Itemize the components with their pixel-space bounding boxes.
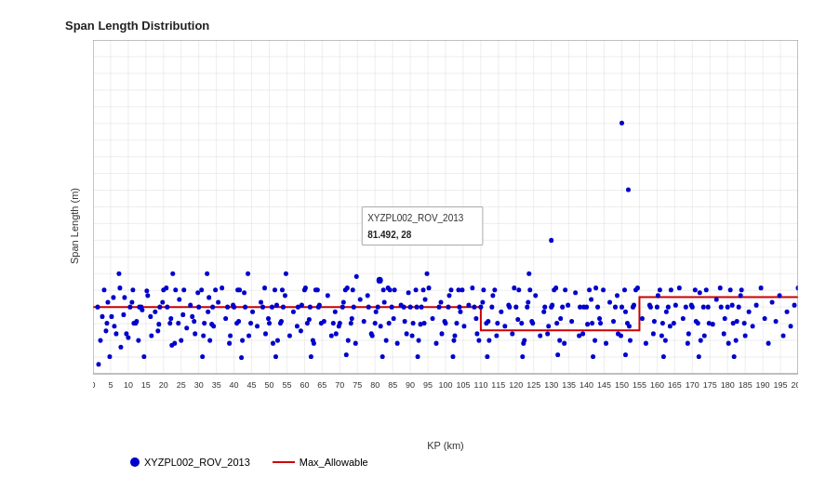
svg-point-430 xyxy=(515,317,520,322)
svg-text:80: 80 xyxy=(370,380,380,390)
svg-point-243 xyxy=(454,321,459,325)
svg-point-177 xyxy=(246,272,250,276)
legend-item-series1: XYZPL002_ROV_2013 xyxy=(130,457,250,468)
svg-point-228 xyxy=(408,305,413,310)
svg-point-308 xyxy=(672,321,676,325)
svg-point-352 xyxy=(188,303,193,308)
svg-point-440 xyxy=(558,316,563,321)
svg-point-147 xyxy=(122,295,127,299)
svg-point-481 xyxy=(726,341,731,346)
svg-point-398 xyxy=(382,299,387,304)
svg-point-487 xyxy=(751,324,755,328)
svg-point-492 xyxy=(770,299,775,304)
svg-point-162 xyxy=(202,321,206,325)
svg-point-165 xyxy=(210,305,215,310)
svg-point-455 xyxy=(619,333,623,338)
svg-point-242 xyxy=(451,338,456,343)
svg-text:175: 175 xyxy=(703,380,717,390)
svg-text:170: 170 xyxy=(686,380,699,390)
svg-point-225 xyxy=(366,305,371,310)
svg-point-360 xyxy=(223,316,228,321)
svg-point-493 xyxy=(774,319,779,324)
svg-text:140: 140 xyxy=(580,380,593,390)
svg-point-332 xyxy=(100,314,104,319)
svg-text:90: 90 xyxy=(406,380,415,390)
svg-point-208 xyxy=(346,338,351,343)
svg-point-414 xyxy=(446,293,451,298)
svg-point-484 xyxy=(739,293,743,298)
svg-point-316 xyxy=(701,305,706,310)
svg-point-249 xyxy=(456,287,460,292)
svg-text:30: 30 xyxy=(194,380,204,390)
svg-point-204 xyxy=(315,287,320,292)
svg-point-459 xyxy=(635,285,640,290)
svg-point-188 xyxy=(281,305,286,310)
svg-point-218 xyxy=(376,305,380,310)
svg-point-175 xyxy=(240,338,245,343)
svg-text:190: 190 xyxy=(756,380,770,390)
svg-text:20: 20 xyxy=(159,380,168,390)
svg-point-317 xyxy=(704,287,709,292)
svg-point-466 xyxy=(664,310,669,314)
svg-point-391 xyxy=(353,341,358,346)
svg-point-467 xyxy=(668,324,673,328)
svg-point-134 xyxy=(96,362,100,366)
svg-point-260 xyxy=(513,305,518,310)
svg-text:135: 135 xyxy=(562,380,576,390)
svg-point-135 xyxy=(103,328,108,333)
svg-point-483 xyxy=(735,319,739,324)
svg-point-439 xyxy=(553,285,558,290)
svg-point-408 xyxy=(423,297,428,301)
svg-point-382 xyxy=(317,303,322,308)
svg-point-452 xyxy=(607,299,612,304)
svg-point-269 xyxy=(520,354,525,359)
svg-point-390 xyxy=(350,316,354,321)
svg-point-374 xyxy=(283,293,287,298)
svg-point-323 xyxy=(728,287,733,292)
svg-point-235 xyxy=(405,331,409,336)
svg-point-330 xyxy=(719,305,724,310)
svg-point-138 xyxy=(130,287,135,292)
svg-point-136 xyxy=(109,314,113,319)
svg-point-226 xyxy=(380,354,385,359)
legend-line-series2 xyxy=(273,461,295,463)
svg-point-453 xyxy=(611,319,616,324)
svg-point-369 xyxy=(262,285,267,290)
svg-point-244 xyxy=(457,305,461,310)
svg-point-385 xyxy=(329,333,334,338)
svg-point-381 xyxy=(312,341,316,346)
svg-point-262 xyxy=(519,321,524,325)
svg-text:195: 195 xyxy=(774,380,788,390)
svg-point-454 xyxy=(615,293,620,298)
svg-point-442 xyxy=(566,303,570,308)
svg-point-161 xyxy=(199,287,204,292)
svg-point-311 xyxy=(661,354,666,359)
svg-point-470 xyxy=(681,316,686,321)
svg-point-127 xyxy=(101,287,106,292)
svg-point-418 xyxy=(466,303,471,308)
svg-point-443 xyxy=(569,319,574,324)
svg-text:85: 85 xyxy=(388,380,397,390)
svg-point-137 xyxy=(127,305,132,310)
svg-point-293 xyxy=(620,305,624,310)
svg-point-395 xyxy=(370,333,375,338)
svg-point-366 xyxy=(250,310,255,314)
svg-text:50: 50 xyxy=(265,380,274,390)
svg-text:200: 200 xyxy=(792,380,798,390)
svg-point-346 xyxy=(164,285,168,290)
svg-point-370 xyxy=(266,316,271,321)
svg-point-254 xyxy=(489,305,494,310)
svg-point-375 xyxy=(287,333,292,338)
svg-point-148 xyxy=(148,314,153,319)
svg-point-344 xyxy=(156,322,161,326)
svg-point-336 xyxy=(121,312,126,317)
svg-point-284 xyxy=(593,338,597,343)
svg-point-444 xyxy=(573,290,578,295)
svg-point-373 xyxy=(279,319,284,324)
svg-point-429 xyxy=(512,285,516,290)
svg-point-132 xyxy=(116,272,121,276)
svg-point-463 xyxy=(652,319,657,324)
svg-point-450 xyxy=(597,316,602,321)
svg-point-424 xyxy=(490,293,495,298)
svg-point-257 xyxy=(474,331,479,336)
